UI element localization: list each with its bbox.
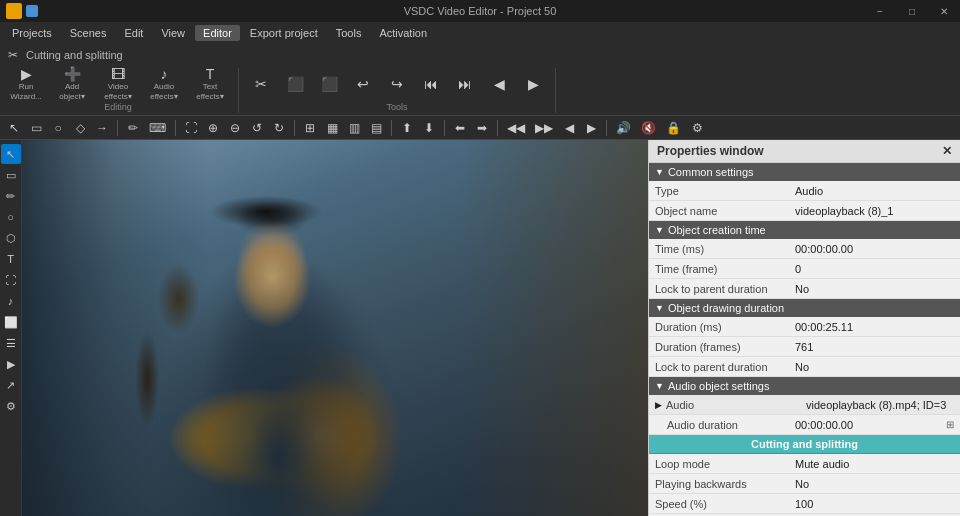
menu-bar: Projects Scenes Edit View Editor Export … <box>0 22 960 44</box>
type-tool-button[interactable]: ⌨ <box>145 118 170 138</box>
menu-export[interactable]: Export project <box>242 25 326 41</box>
play-tool[interactable]: ▶ <box>1 354 21 374</box>
section-label3: Object drawing duration <box>668 302 784 314</box>
step-back-button[interactable]: ◀ <box>559 118 579 138</box>
ellipse-tool-button[interactable]: ○ <box>48 118 68 138</box>
table-button[interactable]: ▦ <box>322 118 342 138</box>
prop-name-row: Object name videoplayback (8)_1 <box>649 201 960 221</box>
video-effects-button[interactable]: 🎞 Video effects▾ <box>96 68 140 100</box>
prop-audio-row[interactable]: ▶ Audio videoplayback (8).mp4; ID=3 <box>649 395 960 415</box>
editing-group-label: Editing <box>104 102 132 112</box>
zoom-in-button[interactable]: ⊕ <box>203 118 223 138</box>
rows-button[interactable]: ▤ <box>366 118 386 138</box>
undo-button[interactable]: ↩ <box>347 68 379 100</box>
prop-backwards-label: Playing backwards <box>655 478 795 490</box>
select-tool-button[interactable]: ↖ <box>4 118 24 138</box>
prop-time-frame-label: Time (frame) <box>655 263 795 275</box>
undo-icon: ↩ <box>357 77 369 91</box>
align-left-button[interactable]: ⬅ <box>450 118 470 138</box>
align-right-button[interactable]: ➡ <box>472 118 492 138</box>
maximize-button[interactable]: □ <box>896 0 928 22</box>
cut-button[interactable]: ✂ <box>245 68 277 100</box>
columns-button[interactable]: ▥ <box>344 118 364 138</box>
menu-activation[interactable]: Activation <box>371 25 435 41</box>
section-arrow4: ▼ <box>655 381 664 391</box>
prop-loop-value: Mute audio <box>795 458 954 470</box>
toolbar-top: ✂ Cutting and splitting <box>0 44 960 66</box>
mute-button[interactable]: 🔇 <box>637 118 660 138</box>
menu-projects[interactable]: Projects <box>4 25 60 41</box>
menu-scenes[interactable]: Scenes <box>62 25 115 41</box>
audio-tool[interactable]: ♪ <box>1 291 21 311</box>
vol-icon[interactable]: 🔊 <box>612 118 635 138</box>
prop-audio-label: Audio <box>666 399 806 411</box>
settings-tool[interactable]: ⚙ <box>1 396 21 416</box>
pencil-tool[interactable]: ✏ <box>1 186 21 206</box>
play-back-button[interactable]: ◀ <box>483 68 515 100</box>
cursor-tool[interactable]: ↖ <box>1 144 21 164</box>
arrow-tool-button[interactable]: → <box>92 118 112 138</box>
redo2-button[interactable]: ↻ <box>269 118 289 138</box>
prop-audio-dur-row: Audio duration 00:00:00.00 ⊞ <box>649 415 960 435</box>
grid-button[interactable]: ⊞ <box>300 118 320 138</box>
rewind-button[interactable]: ◀◀ <box>503 118 529 138</box>
section-drawing-duration[interactable]: ▼ Object drawing duration <box>649 299 960 317</box>
photo-tool[interactable]: ⬜ <box>1 312 21 332</box>
redo-icon: ↪ <box>391 77 403 91</box>
export-tool[interactable]: ↗ <box>1 375 21 395</box>
prop-loop-label: Loop mode <box>655 458 795 470</box>
step-fwd-button[interactable]: ▶ <box>581 118 601 138</box>
section-audio-settings[interactable]: ▼ Audio object settings <box>649 377 960 395</box>
next-frame-button[interactable]: ⏭ <box>449 68 481 100</box>
prop-speed-value: 100 <box>795 498 954 510</box>
undo2-button[interactable]: ↺ <box>247 118 267 138</box>
close-button[interactable]: ✕ <box>928 0 960 22</box>
minimize-button[interactable]: − <box>864 0 896 22</box>
cut-icon: ✂ <box>255 77 267 91</box>
section-arrow: ▼ <box>655 167 664 177</box>
circle-tool[interactable]: ○ <box>1 207 21 227</box>
properties-close-button[interactable]: ✕ <box>942 144 952 158</box>
window-title: VSDC Video Editor - Project 50 <box>404 5 557 17</box>
lock-button[interactable]: 🔒 <box>662 118 685 138</box>
text-tool[interactable]: T <box>1 249 21 269</box>
crop-button[interactable]: ⛶ <box>181 118 201 138</box>
logo-icon <box>6 3 22 19</box>
prop-dur-frames-value: 761 <box>795 341 954 353</box>
down-button[interactable]: ⬇ <box>419 118 439 138</box>
up-button[interactable]: ⬆ <box>397 118 417 138</box>
rect-tool[interactable]: ▭ <box>1 165 21 185</box>
text-effects-button[interactable]: T Text effects▾ <box>188 68 232 100</box>
section-creation-time[interactable]: ▼ Object creation time <box>649 221 960 239</box>
menu-tools[interactable]: Tools <box>328 25 370 41</box>
tool-group-editing: ▶ Run Wizard... ➕ Add object▾ 🎞 Video ef… <box>4 68 239 113</box>
menu-editor[interactable]: Editor <box>195 25 240 41</box>
toolbar2-sep5 <box>444 120 445 136</box>
play-forward-button[interactable]: ▶ <box>517 68 549 100</box>
audio-dur-expand-icon[interactable]: ⊞ <box>946 419 954 430</box>
timeline-tool[interactable]: ☰ <box>1 333 21 353</box>
scene-tool[interactable]: ⛶ <box>1 270 21 290</box>
menu-view[interactable]: View <box>153 25 193 41</box>
audio-effects-button[interactable]: ♪ Audio effects▾ <box>142 68 186 100</box>
tool-btn3[interactable]: ⬛ <box>313 68 345 100</box>
prop-lock-parent2-value: No <box>795 361 954 373</box>
poly-tool[interactable]: ⬡ <box>1 228 21 248</box>
add-object-button[interactable]: ➕ Add object▾ <box>50 68 94 100</box>
prop-type-row: Type Audio <box>649 181 960 201</box>
ffwd-button[interactable]: ▶▶ <box>531 118 557 138</box>
section-common-settings[interactable]: ▼ Common settings <box>649 163 960 181</box>
diamond-tool-button[interactable]: ◇ <box>70 118 90 138</box>
zoom-out-button[interactable]: ⊖ <box>225 118 245 138</box>
run-wizard-button[interactable]: ▶ Run Wizard... <box>4 68 48 100</box>
tool-split-button[interactable]: ⬛ <box>279 68 311 100</box>
toolbar: ✂ Cutting and splitting ▶ Run Wizard... … <box>0 44 960 116</box>
rect-tool-button[interactable]: ▭ <box>26 118 46 138</box>
window-controls: − □ ✕ <box>864 0 960 22</box>
redo-button[interactable]: ↪ <box>381 68 413 100</box>
section-label2: Object creation time <box>668 224 766 236</box>
prev-frame-button[interactable]: ⏮ <box>415 68 447 100</box>
pen-tool-button[interactable]: ✏ <box>123 118 143 138</box>
menu-edit[interactable]: Edit <box>116 25 151 41</box>
settings-button2[interactable]: ⚙ <box>687 118 707 138</box>
